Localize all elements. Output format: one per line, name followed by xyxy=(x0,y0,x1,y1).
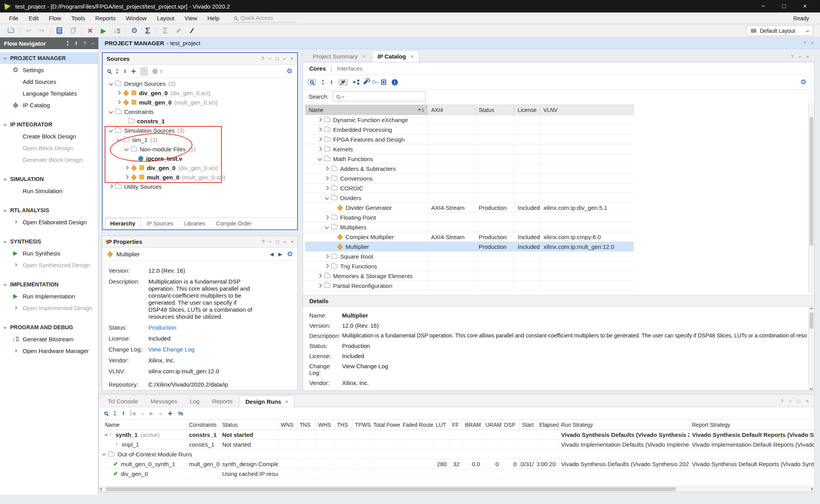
chevron-right-icon[interactable] xyxy=(317,127,322,131)
chevron-right-icon[interactable] xyxy=(317,273,322,278)
scrollbar-thumb[interactable] xyxy=(809,312,813,329)
catalog-row[interactable]: Floating Point xyxy=(305,213,634,222)
column-name[interactable]: Name 1 xyxy=(305,105,428,115)
help-icon[interactable]: ? xyxy=(791,54,794,60)
menu-tools[interactable]: Tools xyxy=(66,14,90,23)
gear-icon[interactable]: ⚙ xyxy=(287,251,293,257)
tree-item-ipcore-test-v[interactable]: ipcore_test.v xyxy=(103,154,297,163)
chevron-right-icon[interactable] xyxy=(124,165,128,170)
chevron-right-icon[interactable] xyxy=(109,184,113,188)
column-lut[interactable]: LUT xyxy=(433,420,450,429)
help-toggle-icon[interactable]: ? xyxy=(141,67,148,75)
gear-icon[interactable]: ⚙ xyxy=(287,68,292,75)
tab-hierarchy[interactable]: Hierarchy xyxy=(105,218,141,229)
add-sources-icon[interactable]: + xyxy=(131,67,136,75)
horizontal-scrollbar[interactable] xyxy=(99,486,814,492)
scrollbar-thumb[interactable] xyxy=(809,117,813,246)
catalog-row[interactable]: Trig Functions xyxy=(305,261,634,271)
sidebar-item-open-hardware-manager[interactable]: Open Hardware Manager xyxy=(0,345,98,357)
chevron-down-icon[interactable] xyxy=(4,209,7,212)
chevron-down-icon[interactable] xyxy=(4,240,7,243)
status-link[interactable]: Production xyxy=(148,324,255,331)
details-scrollbar[interactable] xyxy=(808,307,814,390)
chevron-right-icon[interactable] xyxy=(317,137,322,141)
chevron-right-icon[interactable] xyxy=(317,147,322,151)
maximize-icon[interactable]: □ xyxy=(276,239,279,245)
catalog-row[interactable]: FPGA Features and Design xyxy=(305,135,634,144)
create-run-icon[interactable]: + xyxy=(168,409,173,417)
scroll-down-icon[interactable] xyxy=(810,387,813,390)
help-icon[interactable]: ? xyxy=(803,40,806,46)
chevron-right-icon[interactable] xyxy=(324,215,329,219)
column-start[interactable]: Start xyxy=(520,420,537,429)
column-license[interactable]: License xyxy=(514,105,540,115)
undo-icon[interactable]: ↩ xyxy=(22,26,35,36)
menu-help[interactable]: Help xyxy=(202,14,225,23)
close-icon[interactable]: × xyxy=(411,53,414,59)
menu-flow[interactable]: Flow xyxy=(44,14,66,23)
copy-icon[interactable] xyxy=(66,26,79,36)
menu-view[interactable]: View xyxy=(180,14,202,23)
redo-icon[interactable]: ↪ xyxy=(36,26,48,36)
scroll-up-icon[interactable] xyxy=(810,307,813,311)
change-log-link[interactable]: View Change Log xyxy=(148,346,255,353)
collapse-all-icon[interactable]: ▼▲ xyxy=(113,411,116,416)
detail-status-link[interactable]: Production xyxy=(342,343,370,349)
chevron-right-icon[interactable] xyxy=(317,117,322,122)
tab-messages[interactable]: Messages xyxy=(145,396,183,407)
sidebar-item-settings[interactable]: ⚙ Settings xyxy=(0,64,98,76)
expand-all-icon[interactable]: ▲▼ xyxy=(330,80,333,85)
sidebar-item-run-synthesis[interactable]: ▶ Run Synthesis xyxy=(0,247,98,259)
column-vlnv[interactable]: VLNV xyxy=(540,105,633,115)
save-file-icon[interactable] xyxy=(53,26,66,36)
column-wns[interactable]: WNS xyxy=(278,420,297,429)
catalog-row[interactable]: Memories & Storage Elements xyxy=(305,271,634,281)
collapse-all-icon[interactable]: ▼▲ xyxy=(66,41,69,46)
search-icon[interactable] xyxy=(104,412,108,415)
column-uram[interactable]: URAM xyxy=(483,420,502,429)
minimize-icon[interactable]: − xyxy=(268,56,271,62)
sidebar-item-ip-integrator[interactable]: IP INTEGRATOR xyxy=(0,119,98,130)
column-report-strategy[interactable]: Report Strategy xyxy=(690,420,814,429)
close-icon[interactable]: × xyxy=(811,40,814,46)
chevron-right-icon[interactable] xyxy=(324,166,329,170)
tree-item-non-module-files[interactable]: Non-module Files(1) xyxy=(103,144,297,154)
tree-item-constraints[interactable]: Constraints xyxy=(103,107,297,116)
tree-item-utility-sources[interactable]: Utility Sources xyxy=(103,182,297,191)
run-row-synth-1[interactable]: synth_1 (active) constrs_1 Not started V… xyxy=(99,430,814,440)
catalog-row[interactable]: Dividers xyxy=(305,193,634,203)
sidebar-item-ip-catalog[interactable]: IP Catalog xyxy=(0,99,98,111)
close-icon[interactable]: × xyxy=(290,56,293,62)
subtab-interfaces[interactable]: Interfaces xyxy=(337,65,362,72)
maximize-icon[interactable]: □ xyxy=(276,56,279,62)
run-group-out-of-context[interactable]: Out-of-Context Module Runs xyxy=(99,449,814,459)
column-name[interactable]: Name xyxy=(103,420,187,429)
chevron-down-icon[interactable] xyxy=(105,433,108,436)
chevron-down-icon[interactable] xyxy=(109,109,113,114)
run-row-mult-gen-0-synth-1[interactable]: ✔ mult_gen_0_synth_1 mult_gen_0 synth_de… xyxy=(99,459,814,469)
column-ths[interactable]: THS xyxy=(335,420,353,429)
help-icon[interactable]: ? xyxy=(83,41,86,46)
catalog-row[interactable]: Math Functions xyxy=(305,154,634,164)
column-axi4[interactable]: AXI4 xyxy=(428,105,475,115)
column-tpws[interactable]: TPWS xyxy=(353,420,371,429)
scrollbar-thumb[interactable] xyxy=(106,487,676,491)
sidebar-item-program-and-debug[interactable]: PROGRAM AND DEBUG xyxy=(0,321,98,333)
run-row-impl-1[interactable]: impl_1 constrs_1 Not started Vivado Impl… xyxy=(99,440,814,449)
chevron-right-icon[interactable] xyxy=(124,175,128,179)
maximize-button[interactable]: □ xyxy=(782,3,786,10)
column-dsp[interactable]: DSP xyxy=(502,420,520,429)
close-icon[interactable]: × xyxy=(285,399,288,405)
chevron-right-icon[interactable] xyxy=(324,176,329,180)
column-total-power[interactable]: Total Power xyxy=(371,420,400,429)
float-icon[interactable]: ⌐ xyxy=(283,56,286,62)
close-icon[interactable]: × xyxy=(806,398,809,404)
sidebar-item-run-implementation[interactable]: ▶ Run Implementation xyxy=(0,290,98,302)
catalog-row[interactable]: Square Root xyxy=(305,252,634,261)
quick-access-search[interactable]: Quick Access xyxy=(232,14,297,23)
gear-icon[interactable]: ⚙ xyxy=(800,79,806,85)
ip-properties-header[interactable]: IP Properties ? − □ ⌐ × xyxy=(102,236,298,248)
delete-icon[interactable]: × xyxy=(84,26,96,36)
chevron-down-icon[interactable] xyxy=(102,453,105,456)
column-constraints[interactable]: Constraints xyxy=(187,420,220,429)
